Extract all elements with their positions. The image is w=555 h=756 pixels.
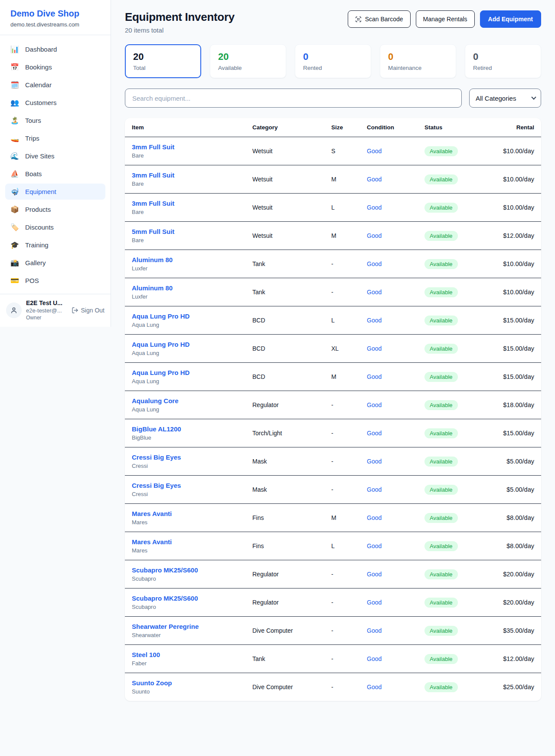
search-input[interactable] <box>125 89 462 108</box>
item-name-link[interactable]: Aqua Lung Pro HD <box>132 369 238 376</box>
table-row[interactable]: Cressi Big Eyes Cressi Mask - Good Avail… <box>125 476 541 504</box>
condition-link[interactable]: Good <box>367 655 382 662</box>
table-row[interactable]: Aqua Lung Pro HD Aqua Lung BCD L Good Av… <box>125 306 541 335</box>
sidebar-item-discounts[interactable]: 🏷️ Discounts <box>5 219 105 235</box>
condition-link[interactable]: Good <box>367 486 382 493</box>
nav-item-icon: 👥 <box>10 99 19 106</box>
item-name-link[interactable]: Suunto Zoop <box>132 679 238 687</box>
table-row[interactable]: Aqua Lung Pro HD Aqua Lung BCD M Good Av… <box>125 363 541 391</box>
condition-link[interactable]: Good <box>367 430 382 437</box>
condition-link[interactable]: Good <box>367 345 382 352</box>
stat-card-total[interactable]: 20 Total <box>125 44 201 78</box>
condition-link[interactable]: Good <box>367 627 382 634</box>
item-name-link[interactable]: Cressi Big Eyes <box>132 454 238 461</box>
table-row[interactable]: Scubapro MK25/S600 Scubapro Regulator - … <box>125 588 541 617</box>
item-name-link[interactable]: Mares Avanti <box>132 538 238 546</box>
sidebar-item-gallery[interactable]: 📸 Gallery <box>5 255 105 271</box>
table-row[interactable]: 3mm Full Suit Bare Wetsuit L Good Availa… <box>125 194 541 222</box>
category-select[interactable]: All Categories <box>469 89 541 108</box>
sidebar-item-training[interactable]: 🎓 Training <box>5 237 105 253</box>
sidebar-item-products[interactable]: 📦 Products <box>5 201 105 217</box>
table-row[interactable]: Aluminum 80 Luxfer Tank - Good Available… <box>125 278 541 306</box>
table-row[interactable]: Mares Avanti Mares Fins M Good Available… <box>125 504 541 532</box>
item-name-link[interactable]: BigBlue AL1200 <box>132 425 238 433</box>
item-name-link[interactable]: 5mm Full Suit <box>132 228 238 235</box>
item-cell: Aluminum 80 Luxfer <box>125 278 245 306</box>
nav-item-label: Bookings <box>25 63 52 71</box>
condition-cell: Good <box>360 222 418 250</box>
equipment-table: Item Category Size Condition Status Rent… <box>125 118 541 701</box>
stat-card-maintenance[interactable]: 0 Maintenance <box>380 44 456 78</box>
condition-link[interactable]: Good <box>367 148 382 154</box>
table-row[interactable]: Steel 100 Faber Tank - Good Available $1… <box>125 645 541 673</box>
item-cell: 3mm Full Suit Bare <box>125 194 245 222</box>
nav-item-label: Dashboard <box>25 46 57 53</box>
rental-rate: $10.00/day <box>477 250 541 278</box>
sidebar-item-customers[interactable]: 👥 Customers <box>5 95 105 111</box>
sidebar-item-tours[interactable]: 🏝️ Tours <box>5 112 105 128</box>
condition-link[interactable]: Good <box>367 232 382 239</box>
stat-card-rented[interactable]: 0 Rented <box>295 44 371 78</box>
sidebar-item-trips[interactable]: 🚤 Trips <box>5 130 105 146</box>
sidebar-item-pos[interactable]: 💳 POS <box>5 273 105 289</box>
scan-barcode-label: Scan Barcode <box>365 16 403 23</box>
stat-card-retired[interactable]: 0 Retired <box>465 44 541 78</box>
item-name-link[interactable]: Aqua Lung Pro HD <box>132 341 238 348</box>
table-row[interactable]: Mares Avanti Mares Fins L Good Available… <box>125 532 541 560</box>
item-name-link[interactable]: 3mm Full Suit <box>132 143 238 151</box>
table-row[interactable]: Shearwater Peregrine Shearwater Dive Com… <box>125 617 541 645</box>
sidebar-item-calendar[interactable]: 🗓️ Calendar <box>5 77 105 93</box>
table-row[interactable]: Aluminum 80 Luxfer Tank - Good Available… <box>125 250 541 278</box>
shop-domain: demo.test.divestreams.com <box>10 21 100 28</box>
item-name-link[interactable]: Steel 100 <box>132 651 238 658</box>
sign-out-button[interactable]: Sign Out <box>72 307 104 314</box>
sidebar-item-bookings[interactable]: 📅 Bookings <box>5 59 105 75</box>
sidebar-item-dashboard[interactable]: 📊 Dashboard <box>5 41 105 57</box>
item-name-link[interactable]: Aluminum 80 <box>132 256 238 263</box>
condition-link[interactable]: Good <box>367 684 382 690</box>
table-row[interactable]: 5mm Full Suit Bare Wetsuit M Good Availa… <box>125 222 541 250</box>
nav-item-icon: 📅 <box>10 64 19 71</box>
item-name-link[interactable]: 3mm Full Suit <box>132 200 238 207</box>
table-row[interactable]: Suunto Zoop Suunto Dive Computer - Good … <box>125 673 541 701</box>
condition-cell: Good <box>360 194 418 222</box>
table-row[interactable]: Scubapro MK25/S600 Scubapro Regulator - … <box>125 560 541 588</box>
table-row[interactable]: 3mm Full Suit Bare Wetsuit M Good Availa… <box>125 165 541 194</box>
item-name-link[interactable]: Cressi Big Eyes <box>132 482 238 489</box>
sidebar-item-boats[interactable]: ⛵ Boats <box>5 166 105 182</box>
item-name-link[interactable]: Scubapro MK25/S600 <box>132 566 238 574</box>
condition-link[interactable]: Good <box>367 317 382 324</box>
condition-link[interactable]: Good <box>367 260 382 267</box>
condition-link[interactable]: Good <box>367 514 382 521</box>
table-row[interactable]: Aqua Lung Pro HD Aqua Lung BCD XL Good A… <box>125 335 541 363</box>
status-badge: Available <box>424 654 458 664</box>
manage-rentals-button[interactable]: Manage Rentals <box>416 10 475 28</box>
item-brand: Aqua Lung <box>132 350 238 356</box>
item-name-link[interactable]: Aqua Lung Pro HD <box>132 312 238 320</box>
table-row[interactable]: BigBlue AL1200 BigBlue Torch/Light - Goo… <box>125 419 541 447</box>
condition-link[interactable]: Good <box>367 599 382 606</box>
item-size: - <box>324 617 360 645</box>
condition-link[interactable]: Good <box>367 542 382 549</box>
condition-link[interactable]: Good <box>367 289 382 296</box>
stat-card-available[interactable]: 20 Available <box>210 44 286 78</box>
item-name-link[interactable]: Scubapro MK25/S600 <box>132 595 238 602</box>
scan-barcode-button[interactable]: Scan Barcode <box>348 10 411 28</box>
condition-link[interactable]: Good <box>367 571 382 578</box>
item-name-link[interactable]: 3mm Full Suit <box>132 171 238 179</box>
table-row[interactable]: Aqualung Core Aqua Lung Regulator - Good… <box>125 391 541 419</box>
table-row[interactable]: 3mm Full Suit Bare Wetsuit S Good Availa… <box>125 137 541 165</box>
add-equipment-button[interactable]: Add Equipment <box>480 10 541 28</box>
sidebar-item-dive-sites[interactable]: 🌊 Dive Sites <box>5 148 105 164</box>
item-name-link[interactable]: Mares Avanti <box>132 510 238 517</box>
item-name-link[interactable]: Shearwater Peregrine <box>132 623 238 630</box>
sidebar-item-equipment[interactable]: 🤿 Equipment <box>5 184 105 200</box>
condition-link[interactable]: Good <box>367 373 382 380</box>
item-name-link[interactable]: Aluminum 80 <box>132 284 238 292</box>
condition-link[interactable]: Good <box>367 176 382 183</box>
table-row[interactable]: Cressi Big Eyes Cressi Mask - Good Avail… <box>125 447 541 476</box>
condition-link[interactable]: Good <box>367 458 382 465</box>
condition-link[interactable]: Good <box>367 204 382 211</box>
item-name-link[interactable]: Aqualung Core <box>132 397 238 404</box>
condition-link[interactable]: Good <box>367 401 382 408</box>
